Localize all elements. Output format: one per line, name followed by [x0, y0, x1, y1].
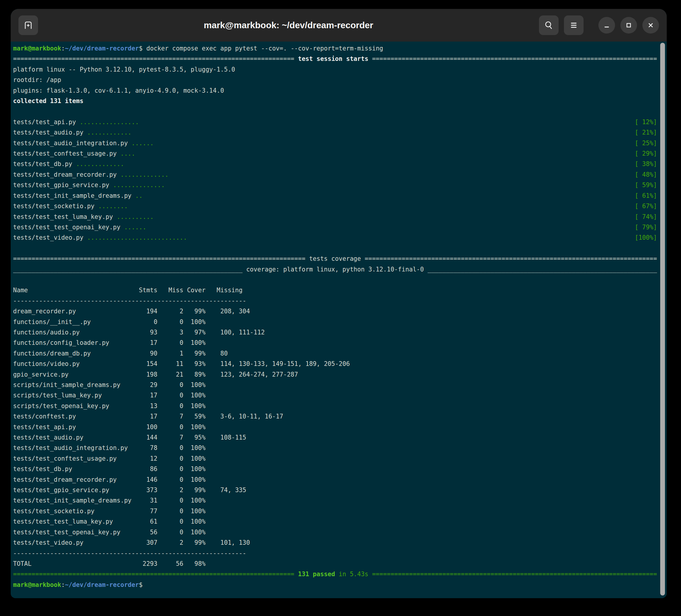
coverage-table-row: tests/test_audio.py 144 7 95% 108-115: [13, 432, 667, 443]
coverage-table-row: scripts/test_openai_key.py 13 0 100%: [13, 401, 667, 411]
test-progress-line: tests/test_audio_integration.py ...... […: [13, 138, 667, 149]
table-separator-line: ----------------------------------------…: [13, 548, 667, 559]
test-progress-line: tests/test_conftest_usage.py .... [ 29%]: [13, 149, 667, 159]
search-button[interactable]: [539, 16, 559, 35]
prompt-line: mark@markbook:~/dev/dream-recorder$: [13, 580, 667, 590]
coverage-table-row: scripts/init_sample_dreams.py 29 0 100%: [13, 380, 667, 390]
coverage-table-row: tests/test_video.py 307 2 99% 101, 130: [13, 538, 667, 548]
coverage-platform-line: ________________________________________…: [13, 264, 667, 275]
coverage-table-row: dream_recorder.py 194 2 99% 208, 304: [13, 306, 667, 317]
blank-line: [13, 106, 667, 117]
minimize-icon: [602, 21, 611, 30]
coverage-table-row: tests/test_socketio.py 77 0 100%: [13, 506, 667, 516]
coverage-table-row: tests/test_test_openai_key.py 56 0 100%: [13, 527, 667, 538]
test-progress-line: tests/test_api.py ................ [ 12%…: [13, 117, 667, 127]
menu-button[interactable]: [564, 16, 583, 35]
minimize-button[interactable]: [598, 17, 615, 33]
coverage-total-row: TOTAL 2293 56 98%: [13, 559, 667, 569]
session-header-line: ========================================…: [13, 54, 667, 64]
blank-line: [13, 243, 667, 254]
scrollbar-thumb[interactable]: [660, 43, 665, 595]
terminal-window: mark@markbook: ~/dev/dream-recorder: [11, 9, 667, 598]
coverage-table-row: functions/video.py 154 11 93% 114, 130-1…: [13, 359, 667, 369]
coverage-table-header: Name Stmts Miss Cover Missing: [13, 285, 667, 296]
coverage-table-row: tests/test_conftest_usage.py 12 0 100%: [13, 454, 667, 464]
test-progress-line: tests/test_test_openai_key.py ...... [ 7…: [13, 222, 667, 233]
maximize-button[interactable]: [621, 17, 637, 33]
test-progress-line: tests/test_socketio.py ........ [ 67%]: [13, 201, 667, 211]
titlebar-controls: [539, 16, 659, 35]
info-line: platform linux -- Python 3.12.10, pytest…: [13, 65, 667, 75]
summary-line: ========================================…: [13, 569, 667, 580]
new-tab-icon: [23, 20, 33, 30]
collected-line: collected 131 items: [13, 96, 667, 106]
coverage-table-row: functions/dream_db.py 90 1 99% 80: [13, 349, 667, 359]
menu-icon: [569, 20, 579, 30]
test-progress-line: tests/test_gpio_service.py .............…: [13, 180, 667, 190]
test-progress-line: tests/test_test_luma_key.py .......... […: [13, 212, 667, 222]
blank-line: [13, 275, 667, 285]
test-progress-line: tests/test_video.py ....................…: [13, 233, 667, 243]
search-icon: [544, 20, 554, 30]
coverage-table-row: tests/test_db.py 86 0 100%: [13, 464, 667, 474]
info-line: plugins: flask-1.3.0, cov-6.1.1, anyio-4…: [13, 85, 667, 96]
coverage-header-line: ========================================…: [13, 254, 667, 264]
coverage-table-row: tests/test_test_luma_key.py 61 0 100%: [13, 516, 667, 527]
coverage-table-row: tests/test_gpio_service.py 373 2 99% 74,…: [13, 485, 667, 495]
coverage-table-row: tests/test_dream_recorder.py 146 0 100%: [13, 474, 667, 485]
test-progress-line: tests/test_audio.py ............ [ 21%]: [13, 127, 667, 138]
test-progress-line: tests/test_init_sample_dreams.py .. [ 61…: [13, 191, 667, 201]
titlebar: mark@markbook: ~/dev/dream-recorder: [11, 9, 667, 42]
coverage-table-row: gpio_service.py 198 21 89% 123, 264-274,…: [13, 369, 667, 380]
test-progress-line: tests/test_db.py ............. [ 38%]: [13, 159, 667, 169]
coverage-table-row: scripts/test_luma_key.py 17 0 100%: [13, 390, 667, 401]
terminal-output[interactable]: mark@markbook:~/dev/dream-recorder$ dock…: [11, 42, 667, 598]
close-icon: [646, 21, 655, 30]
coverage-table-row: tests/conftest.py 17 7 59% 3-6, 10-11, 1…: [13, 411, 667, 422]
test-progress-line: tests/test_dream_recorder.py ...........…: [13, 170, 667, 180]
close-button[interactable]: [642, 17, 659, 33]
new-tab-button[interactable]: [19, 16, 38, 35]
maximize-icon: [624, 21, 633, 30]
info-line: rootdir: /app: [13, 75, 667, 85]
coverage-table-row: tests/test_init_sample_dreams.py 31 0 10…: [13, 495, 667, 506]
prompt-command-line: mark@markbook:~/dev/dream-recorder$ dock…: [13, 43, 667, 54]
window-title: mark@markbook: ~/dev/dream-recorder: [38, 20, 539, 30]
coverage-table-row: tests/test_api.py 100 0 100%: [13, 422, 667, 432]
table-separator-line: ----------------------------------------…: [13, 296, 667, 306]
screen: { "colors": { "terminal_bg": "#002d39", …: [0, 0, 681, 616]
coverage-table-row: functions/__init__.py 0 0 100%: [13, 317, 667, 327]
coverage-table-row: tests/test_audio_integration.py 78 0 100…: [13, 443, 667, 453]
coverage-table-row: functions/config_loader.py 17 0 100%: [13, 338, 667, 348]
coverage-table-row: functions/audio.py 93 3 97% 100, 111-112: [13, 327, 667, 338]
